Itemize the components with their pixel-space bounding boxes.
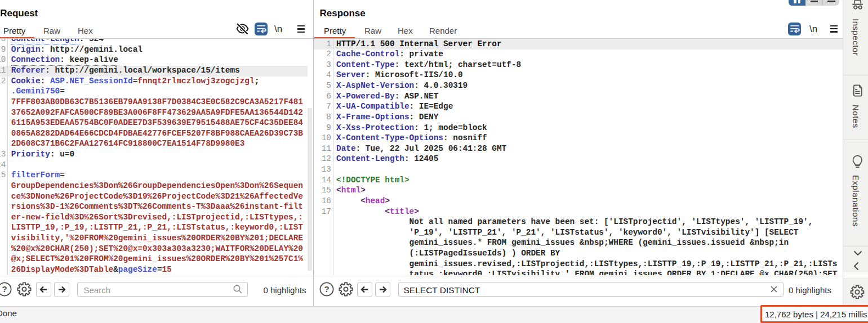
svg-text:?: ?	[324, 284, 329, 294]
svg-text:?: ?	[2, 284, 7, 294]
